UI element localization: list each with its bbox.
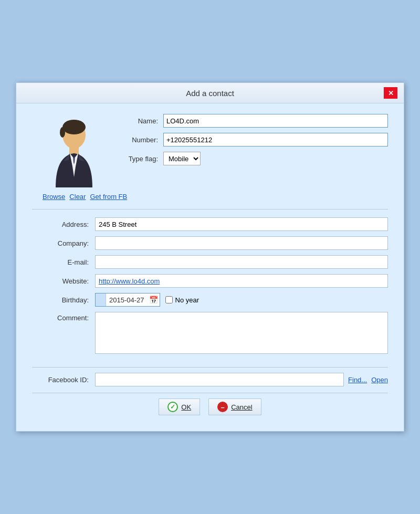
address-input[interactable]: [95, 217, 388, 231]
find-link[interactable]: Find...: [348, 376, 367, 384]
svg-rect-3: [69, 146, 79, 154]
birthday-row: Birthday: 2015-04-27 📅 No year: [32, 293, 388, 307]
title-bar: Add a contact ✕: [16, 83, 404, 103]
type-label: Type flag:: [121, 155, 163, 163]
ok-button[interactable]: ✓ OK: [159, 398, 200, 415]
svg-point-2: [60, 127, 65, 138]
name-input[interactable]: [163, 114, 388, 128]
facebook-row: Facebook ID: Find... Open: [32, 373, 388, 386]
clear-link[interactable]: Clear: [69, 193, 86, 201]
email-row: E-mail:: [32, 255, 388, 269]
button-row: ✓ OK – Cancel: [32, 398, 388, 421]
avatar-area: [32, 114, 116, 187]
svg-point-1: [62, 120, 86, 134]
facebook-label: Facebook ID:: [32, 376, 95, 384]
comment-textarea[interactable]: [95, 312, 388, 354]
facebook-divider: [32, 367, 388, 368]
calendar-button[interactable]: 📅: [148, 296, 160, 304]
add-contact-dialog: Add a contact ✕: [16, 82, 404, 432]
website-label: Website:: [32, 277, 95, 285]
address-label: Address:: [32, 221, 95, 228]
get-from-fb-link[interactable]: Get from FB: [90, 193, 127, 201]
noyear-label: No year: [175, 296, 200, 304]
email-label: E-mail:: [32, 258, 95, 266]
dialog-body: Name: Number: Type flag: Mobile Home Wor…: [16, 103, 404, 431]
browse-link[interactable]: Browse: [43, 193, 65, 201]
comment-label: Comment:: [32, 312, 95, 322]
top-section: Name: Number: Type flag: Mobile Home Wor…: [32, 114, 388, 187]
cancel-button[interactable]: – Cancel: [208, 398, 261, 415]
comment-row: Comment:: [32, 312, 388, 354]
fields-area: Name: Number: Type flag: Mobile Home Wor…: [116, 114, 388, 171]
website-row: Website: http://www.lo4d.com: [32, 274, 388, 288]
birthday-input-area: 2015-04-27 📅: [95, 293, 160, 307]
company-input[interactable]: [95, 236, 388, 250]
birthday-color-box: [96, 293, 106, 306]
company-row: Company:: [32, 236, 388, 250]
open-link[interactable]: Open: [371, 376, 388, 384]
cancel-label: Cancel: [231, 403, 252, 411]
avatar: [45, 119, 103, 187]
birthday-value: 2015-04-27: [106, 295, 148, 305]
ok-icon: ✓: [167, 402, 178, 412]
website-value[interactable]: http://www.lo4d.com: [95, 274, 388, 288]
email-input[interactable]: [95, 255, 388, 269]
dialog-title: Add a contact: [36, 89, 384, 98]
type-row: Type flag: Mobile Home Work Other: [121, 152, 388, 165]
name-label: Name:: [121, 117, 163, 125]
number-input[interactable]: [163, 133, 388, 146]
company-label: Company:: [32, 239, 95, 247]
address-row: Address:: [32, 217, 388, 231]
birthday-label: Birthday:: [32, 296, 95, 304]
close-button[interactable]: ✕: [384, 87, 397, 99]
form-section: Address: Company: E-mail: Website: http:…: [32, 215, 388, 362]
bottom-divider: [32, 393, 388, 393]
cancel-icon: –: [217, 402, 228, 412]
ok-label: OK: [181, 403, 191, 411]
number-label: Number:: [121, 136, 163, 144]
facebook-input[interactable]: [95, 373, 344, 386]
fb-action-links: Find... Open: [348, 376, 388, 384]
number-row: Number:: [121, 133, 388, 146]
top-divider: [32, 209, 388, 209]
noyear-area: No year: [165, 296, 200, 304]
name-row: Name:: [121, 114, 388, 128]
photo-links: Browse Clear Get from FB: [32, 193, 388, 201]
noyear-checkbox[interactable]: [165, 296, 173, 303]
type-select[interactable]: Mobile Home Work Other: [163, 152, 201, 165]
